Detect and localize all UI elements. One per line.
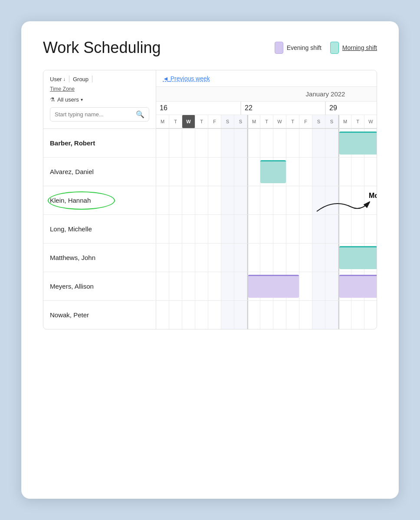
sc-l-5[interactable] — [208, 215, 221, 243]
sc-me-12[interactable] — [299, 272, 312, 300]
sc-n-17[interactable] — [364, 301, 377, 329]
sc-me-14[interactable] — [325, 272, 338, 300]
sc-b-8[interactable] — [247, 129, 260, 157]
sc-me-3[interactable] — [182, 272, 195, 300]
sc-m-9[interactable] — [260, 244, 273, 272]
sc-m-6[interactable] — [221, 244, 234, 272]
sc-k-10[interactable] — [273, 186, 286, 214]
sc-a-5[interactable] — [208, 158, 221, 186]
sc-n-7[interactable] — [234, 301, 247, 329]
sc-m-5[interactable] — [208, 244, 221, 272]
sc-m-12[interactable] — [299, 244, 312, 272]
sc-b-2[interactable] — [169, 129, 182, 157]
sc-b-13[interactable] — [312, 129, 325, 157]
sc-k-9[interactable] — [260, 186, 273, 214]
sc-b-5[interactable] — [208, 129, 221, 157]
sc-a-14[interactable] — [325, 158, 338, 186]
sc-m-4[interactable] — [195, 244, 208, 272]
sc-m-13[interactable] — [312, 244, 325, 272]
sc-b-4[interactable] — [195, 129, 208, 157]
sc-n-13[interactable] — [312, 301, 325, 329]
sc-n-16[interactable] — [351, 301, 364, 329]
sc-m-8[interactable] — [247, 244, 260, 272]
sc-a-12[interactable] — [299, 158, 312, 186]
prev-week-button[interactable]: ◄ Previous week — [163, 75, 210, 82]
sc-b-1[interactable] — [156, 129, 169, 157]
sc-k-4[interactable] — [195, 186, 208, 214]
sc-l-8[interactable] — [247, 215, 260, 243]
sc-n-11[interactable] — [286, 301, 299, 329]
search-input[interactable] — [55, 111, 132, 118]
sc-n-4[interactable] — [195, 301, 208, 329]
sc-k-13[interactable] — [312, 186, 325, 214]
sc-a-7[interactable] — [234, 158, 247, 186]
sc-me-7[interactable] — [234, 272, 247, 300]
sc-a-16[interactable] — [351, 158, 364, 186]
sc-me-4[interactable] — [195, 272, 208, 300]
sc-l-12[interactable] — [299, 215, 312, 243]
sc-n-12[interactable] — [299, 301, 312, 329]
sc-me-13[interactable] — [312, 272, 325, 300]
search-icon[interactable]: 🔍 — [136, 110, 144, 118]
all-users-button[interactable]: All users ▾ — [57, 96, 83, 103]
sc-l-2[interactable] — [169, 215, 182, 243]
sc-k-14[interactable] — [325, 186, 338, 214]
sc-l-6[interactable] — [221, 215, 234, 243]
sc-m-1[interactable] — [156, 244, 169, 272]
sc-l-15[interactable] — [338, 215, 351, 243]
sc-k-17[interactable] — [364, 186, 377, 214]
sc-b-11[interactable] — [286, 129, 299, 157]
sc-l-16[interactable] — [351, 215, 364, 243]
sc-a-17[interactable] — [364, 158, 377, 186]
sc-l-9[interactable] — [260, 215, 273, 243]
sc-a-4[interactable] — [195, 158, 208, 186]
sc-k-5[interactable] — [208, 186, 221, 214]
sc-k-11[interactable] — [286, 186, 299, 214]
sc-m-3[interactable] — [182, 244, 195, 272]
sc-k-16[interactable] — [351, 186, 364, 214]
sc-l-10[interactable] — [273, 215, 286, 243]
sc-k-2[interactable] — [169, 186, 182, 214]
sc-l-4[interactable] — [195, 215, 208, 243]
sc-m-11[interactable] — [286, 244, 299, 272]
sc-a-1[interactable] — [156, 158, 169, 186]
sc-me-2[interactable] — [169, 272, 182, 300]
group-button[interactable]: Group — [73, 76, 89, 82]
sc-k-6[interactable] — [221, 186, 234, 214]
sc-n-9[interactable] — [260, 301, 273, 329]
sc-n-10[interactable] — [273, 301, 286, 329]
sc-me-5[interactable] — [208, 272, 221, 300]
sc-b-12[interactable] — [299, 129, 312, 157]
sc-a-13[interactable] — [312, 158, 325, 186]
sc-me-15[interactable] — [338, 272, 351, 300]
sc-n-14[interactable] — [325, 301, 338, 329]
sc-b-10[interactable] — [273, 129, 286, 157]
sc-m-14[interactable] — [325, 244, 338, 272]
sc-m-10[interactable] — [273, 244, 286, 272]
sc-n-1[interactable] — [156, 301, 169, 329]
sc-k-1[interactable] — [156, 186, 169, 214]
sc-n-15[interactable] — [338, 301, 351, 329]
sc-n-8[interactable] — [247, 301, 260, 329]
sc-k-8[interactable] — [247, 186, 260, 214]
sc-k-15[interactable] — [338, 186, 351, 214]
sc-m-2[interactable] — [169, 244, 182, 272]
sc-a-15[interactable] — [338, 158, 351, 186]
sc-b-3[interactable] — [182, 129, 195, 157]
sc-m-7[interactable] — [234, 244, 247, 272]
sc-n-2[interactable] — [169, 301, 182, 329]
sc-l-17[interactable] — [364, 215, 377, 243]
sc-a-9[interactable] — [260, 158, 273, 186]
sc-l-13[interactable] — [312, 215, 325, 243]
user-sort-button[interactable]: User ↓ — [50, 76, 66, 82]
sc-b-6[interactable] — [221, 129, 234, 157]
sc-l-11[interactable] — [286, 215, 299, 243]
sc-k-3[interactable] — [182, 186, 195, 214]
sc-n-3[interactable] — [182, 301, 195, 329]
sc-l-3[interactable] — [182, 215, 195, 243]
sc-k-7[interactable] — [234, 186, 247, 214]
sc-l-1[interactable] — [156, 215, 169, 243]
sc-b-9[interactable] — [260, 129, 273, 157]
sc-a-8[interactable] — [247, 158, 260, 186]
sc-b-7[interactable] — [234, 129, 247, 157]
